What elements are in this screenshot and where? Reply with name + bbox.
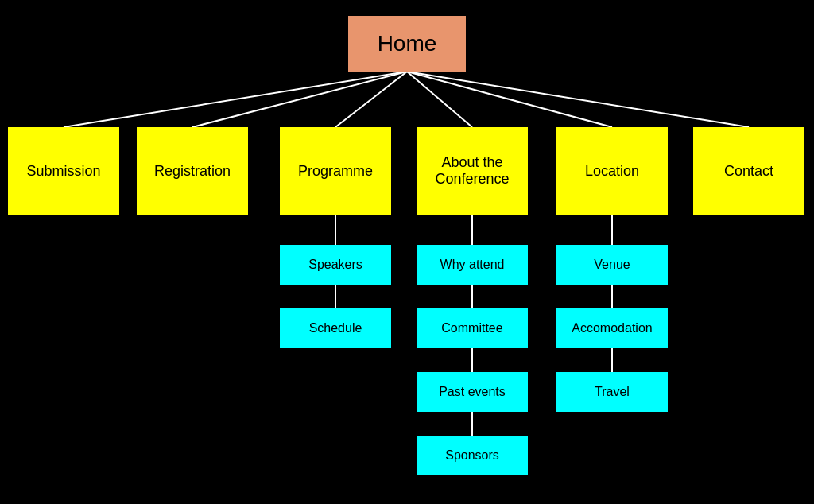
site-map-diagram: Home Submission Registration Programme A… xyxy=(0,0,814,504)
registration-node[interactable]: Registration xyxy=(137,127,248,215)
svg-line-4 xyxy=(407,72,612,127)
past-events-node[interactable]: Past events xyxy=(417,372,528,412)
about-label: About the Conference xyxy=(417,154,528,188)
accomodation-node[interactable]: Accomodation xyxy=(556,308,668,348)
schedule-node[interactable]: Schedule xyxy=(280,308,391,348)
svg-line-3 xyxy=(407,72,472,127)
travel-node[interactable]: Travel xyxy=(556,372,668,412)
location-node[interactable]: Location xyxy=(556,127,668,215)
sponsors-node[interactable]: Sponsors xyxy=(417,436,528,475)
venue-node[interactable]: Venue xyxy=(556,245,668,285)
programme-node[interactable]: Programme xyxy=(280,127,391,215)
schedule-label: Schedule xyxy=(309,321,362,335)
accomodation-label: Accomodation xyxy=(572,321,652,335)
why-attend-label: Why attend xyxy=(440,258,505,272)
why-attend-node[interactable]: Why attend xyxy=(417,245,528,285)
home-node[interactable]: Home xyxy=(348,16,466,72)
svg-line-5 xyxy=(407,72,749,127)
speakers-label: Speakers xyxy=(308,258,362,272)
contact-label: Contact xyxy=(724,163,773,180)
connector-lines xyxy=(0,0,814,504)
registration-label: Registration xyxy=(154,163,231,180)
past-events-label: Past events xyxy=(439,385,506,399)
svg-line-1 xyxy=(192,72,407,127)
location-label: Location xyxy=(585,163,639,180)
contact-node[interactable]: Contact xyxy=(693,127,804,215)
svg-line-0 xyxy=(64,72,407,127)
svg-line-2 xyxy=(335,72,407,127)
speakers-node[interactable]: Speakers xyxy=(280,245,391,285)
submission-label: Submission xyxy=(26,163,100,180)
about-node[interactable]: About the Conference xyxy=(417,127,528,215)
submission-node[interactable]: Submission xyxy=(8,127,119,215)
sponsors-label: Sponsors xyxy=(445,448,499,463)
home-label: Home xyxy=(378,31,437,56)
travel-label: Travel xyxy=(595,385,630,399)
venue-label: Venue xyxy=(594,258,630,272)
committee-label: Committee xyxy=(441,321,502,335)
programme-label: Programme xyxy=(298,163,373,180)
committee-node[interactable]: Committee xyxy=(417,308,528,348)
